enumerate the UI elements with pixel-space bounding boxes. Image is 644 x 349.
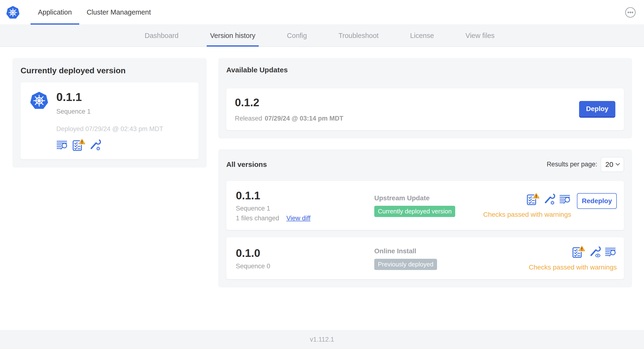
released-label: Released (235, 115, 262, 122)
release-notes-icon[interactable] (605, 246, 617, 258)
release-notes-icon[interactable] (56, 139, 68, 151)
footer: v1.112.1 (0, 330, 644, 349)
row-files-changed-line: 1 files changed View diff (236, 214, 374, 222)
subnav-license-label: License (410, 32, 434, 40)
version-row-0-1-0: 0.1.0 Sequence 0 Online Install Previous… (226, 237, 624, 279)
preflight-checks-warning-icon[interactable] (572, 246, 585, 258)
all-versions-panel: All versions Results per page: 20 (218, 149, 632, 288)
row-sequence: Sequence 1 (236, 205, 374, 212)
subnav-dashboard[interactable]: Dashboard (141, 25, 182, 46)
available-updates-panel: Available Updates 0.1.2 Released 07/29/2… (218, 58, 632, 138)
admin-console-page: Application Cluster Management Dashboard… (0, 0, 644, 349)
redeploy-button[interactable]: Redeploy (577, 193, 617, 209)
preflight-status-text: Checks passed with warnings (483, 211, 571, 218)
view-diff-link[interactable]: View diff (286, 214, 310, 222)
results-per-page-value: 20 (605, 160, 613, 168)
tab-cluster-management[interactable]: Cluster Management (79, 0, 158, 24)
subnav-dashboard-label: Dashboard (145, 32, 178, 40)
subnav-view-files-label: View files (466, 32, 494, 40)
results-per-page: Results per page: 20 (546, 157, 624, 172)
version-row-source: Upstream Update Currently deployed versi… (374, 194, 483, 217)
preflight-status-text: Checks passed with warnings (529, 264, 617, 271)
current-version-sequence: Sequence 1 (56, 108, 163, 115)
currently-deployed-card: 0.1.1 Sequence 1 Deployed 07/29/24 @ 02:… (20, 82, 198, 160)
top-tabs: Application Cluster Management (30, 0, 158, 24)
all-versions-title: All versions (226, 160, 267, 168)
currently-deployed-section: Currently deployed version 0.1.1 Sequenc… (12, 58, 207, 168)
app-kubernetes-icon (30, 92, 48, 110)
results-per-page-label: Results per page: (546, 161, 597, 168)
tab-application[interactable]: Application (30, 0, 79, 24)
app-subnav: Dashboard Version history Config Trouble… (0, 25, 644, 47)
row-version-number: 0.1.1 (236, 190, 374, 202)
row-source-label: Upstream Update (374, 194, 483, 202)
currently-deployed-badge: Currently deployed version (374, 206, 455, 217)
row-source-label: Online Install (374, 247, 529, 255)
available-update-card: 0.1.2 Released 07/29/24 @ 03:14 pm MDT D… (226, 88, 624, 130)
row-action-icons (526, 193, 571, 205)
current-version-actions (56, 139, 163, 151)
subnav-version-history-label: Version history (210, 32, 256, 40)
subnav-troubleshoot[interactable]: Troubleshoot (335, 25, 382, 46)
update-version-number: 0.1.2 (235, 96, 344, 108)
chevron-down-icon (616, 163, 620, 166)
current-version-number: 0.1.1 (56, 91, 163, 104)
tab-cluster-management-label: Cluster Management (87, 8, 151, 16)
row-version-number: 0.1.0 (236, 247, 374, 259)
subnav-view-files[interactable]: View files (462, 25, 498, 46)
versions-section: Available Updates 0.1.2 Released 07/29/2… (218, 58, 632, 288)
subnav-license[interactable]: License (407, 25, 437, 46)
config-gear-icon[interactable] (89, 139, 101, 151)
available-update-info: 0.1.2 Released 07/29/24 @ 03:14 pm MDT (235, 96, 344, 122)
currently-deployed-panel: Currently deployed version 0.1.1 Sequenc… (12, 58, 207, 168)
kubernetes-logo-icon (6, 6, 20, 19)
update-released-line: Released 07/29/24 @ 03:14 pm MDT (235, 115, 344, 122)
results-per-page-select[interactable]: 20 (601, 157, 624, 172)
console-version-label: v1.112.1 (310, 336, 334, 343)
row-sequence: Sequence 0 (236, 262, 374, 270)
current-version-deployed-date: Deployed 07/29/24 @ 02:43 pm MDT (56, 125, 163, 133)
version-row-actions: Checks passed with warnings (529, 246, 617, 271)
row-icons-and-status: Checks passed with warnings (483, 193, 571, 218)
main-content: Currently deployed version 0.1.1 Sequenc… (0, 47, 644, 330)
deploy-button[interactable]: Deploy (579, 101, 615, 118)
subnav-config[interactable]: Config (284, 25, 310, 46)
currently-deployed-title: Currently deployed version (20, 66, 198, 75)
more-menu-button[interactable] (625, 7, 636, 18)
version-row-info: 0.1.1 Sequence 1 1 files changed View di… (236, 190, 374, 222)
version-row-0-1-1: 0.1.1 Sequence 1 1 files changed View di… (226, 181, 624, 230)
preflight-checks-warning-icon[interactable] (72, 139, 86, 151)
subnav-version-history[interactable]: Version history (207, 25, 259, 46)
previously-deployed-badge: Previously deployed (374, 259, 437, 270)
row-action-icons (572, 246, 617, 258)
version-row-actions: Checks passed with warnings Redeploy (483, 193, 617, 218)
subnav-troubleshoot-label: Troubleshoot (338, 32, 378, 40)
config-gear-icon[interactable] (544, 193, 556, 205)
files-changed-text: 1 files changed (236, 214, 279, 222)
release-notes-icon[interactable] (559, 193, 571, 205)
tab-application-label: Application (38, 8, 72, 16)
config-view-icon[interactable] (589, 246, 601, 258)
available-updates-title: Available Updates (226, 66, 624, 74)
preflight-checks-warning-icon[interactable] (526, 193, 540, 205)
currently-deployed-details: 0.1.1 Sequence 1 Deployed 07/29/24 @ 02:… (56, 91, 163, 151)
top-bar: Application Cluster Management (0, 0, 644, 25)
version-row-info: 0.1.0 Sequence 0 (236, 247, 374, 270)
released-date: 07/29/24 @ 03:14 pm MDT (265, 115, 343, 122)
all-versions-header: All versions Results per page: 20 (226, 157, 624, 172)
ellipsis-icon (625, 7, 636, 18)
version-row-source: Online Install Previously deployed (374, 247, 529, 270)
row-icons-and-status: Checks passed with warnings (529, 246, 617, 271)
subnav-config-label: Config (287, 32, 307, 40)
